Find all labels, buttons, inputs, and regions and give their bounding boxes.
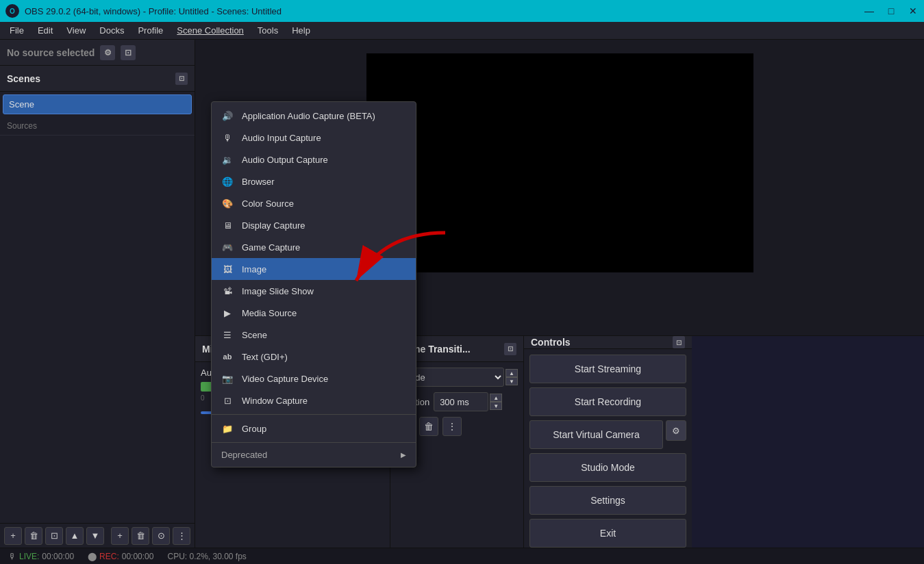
menu-profile[interactable]: Profile	[131, 22, 170, 39]
menu-help[interactable]: Help	[285, 22, 317, 39]
ctx-group-icon: 📁	[221, 422, 234, 435]
sources-extra-button[interactable]: ⊙	[152, 527, 170, 545]
remove-scene-button[interactable]: 🗑	[25, 527, 42, 545]
ctx-video-capture[interactable]: 📷 Video Capture Device	[212, 368, 416, 389]
ctx-audio-input-label: Audio Input Capture	[242, 133, 321, 143]
menu-file[interactable]: File	[3, 22, 31, 39]
menu-tools[interactable]: Tools	[251, 22, 285, 39]
controls-content: Start Streaming Start Recording Start Vi…	[524, 349, 692, 548]
close-button[interactable]: ✕	[908, 5, 919, 16]
ctx-group[interactable]: 📁 Group	[212, 418, 416, 439]
ctx-display-icon: 🖥	[221, 219, 234, 231]
move-down-button[interactable]: ▼	[86, 527, 104, 545]
ctx-deprecated-label: Deprecated	[221, 450, 267, 460]
ctx-scene-icon: ☰	[221, 329, 234, 341]
live-label: LIVE:	[19, 552, 39, 561]
ctx-browser[interactable]: 🌐 Browser	[212, 170, 416, 192]
sources-placeholder: Sources	[0, 117, 195, 136]
rec-label: REC:	[99, 552, 119, 561]
ctx-browser-label: Browser	[242, 177, 275, 187]
properties-gear-button[interactable]: ⚙	[100, 45, 115, 60]
rec-status: ⬤ REC: 00:00:00	[88, 552, 153, 561]
ctx-image[interactable]: 🖼 Image	[212, 258, 416, 280]
duration-input[interactable]	[434, 392, 488, 411]
ctx-media-label: Media Source	[242, 308, 297, 318]
filter-scene-button[interactable]: ⊡	[45, 527, 63, 545]
ctx-display-capture[interactable]: 🖥 Display Capture	[212, 214, 416, 236]
move-up-button[interactable]: ▲	[66, 527, 84, 545]
properties-extra-button[interactable]: ⊡	[121, 45, 136, 60]
duration-spin-down[interactable]: ▼	[490, 402, 502, 410]
ctx-scene[interactable]: ☰ Scene	[212, 324, 416, 346]
ctx-game-label: Game Capture	[242, 242, 300, 253]
ctx-audio-input-icon: 🎙	[221, 131, 234, 144]
ctx-color-source[interactable]: 🎨 Color Source	[212, 192, 416, 214]
ctx-image-slideshow[interactable]: 📽 Image Slide Show	[212, 280, 416, 302]
studio-mode-button[interactable]: Studio Mode	[529, 453, 686, 482]
ctx-color-icon: 🎨	[221, 197, 234, 209]
duration-spin-up[interactable]: ▲	[490, 394, 502, 402]
ctx-app-audio-icon: 🔊	[221, 110, 234, 122]
controls-panel: Controls ⊡ Start Streaming Start Recordi…	[524, 336, 692, 548]
menu-view[interactable]: View	[60, 22, 92, 39]
transitions-expand-button[interactable]: ⊡	[504, 343, 516, 355]
duration-spin-buttons: ▲ ▼	[490, 394, 502, 410]
controls-title: Controls	[531, 337, 571, 348]
rec-icon: ⬤	[88, 552, 97, 561]
ctx-game-capture[interactable]: 🎮 Game Capture	[212, 236, 416, 258]
add-scene-button[interactable]: +	[4, 527, 22, 545]
ctx-app-audio-capture[interactable]: 🔊 Application Audio Capture (BETA)	[212, 105, 416, 127]
start-streaming-button[interactable]: Start Streaming	[529, 355, 686, 383]
transition-remove-button[interactable]: 🗑	[419, 417, 438, 436]
ctx-browser-icon: 🌐	[221, 175, 234, 188]
controls-expand-button[interactable]: ⊡	[673, 336, 685, 348]
ctx-window-capture[interactable]: ⊡ Window Capture	[212, 389, 416, 411]
ctx-media-source[interactable]: ▶ Media Source	[212, 302, 416, 324]
scene-item[interactable]: Scene	[3, 94, 192, 114]
ctx-separator-2	[212, 442, 416, 443]
fade-spin-up[interactable]: ▲	[505, 369, 518, 377]
sources-add-button[interactable]: +	[111, 527, 129, 545]
left-panel: No source selected ⚙ ⊡ Scenes ⊡ Scene	[0, 40, 195, 548]
fade-spin-down[interactable]: ▼	[505, 377, 518, 385]
start-virtual-camera-button[interactable]: Start Virtual Camera	[529, 420, 663, 449]
virtual-camera-settings-button[interactable]: ⚙	[666, 420, 686, 441]
properties-header: No source selected ⚙ ⊡	[0, 40, 195, 66]
exit-label: Exit	[600, 528, 616, 539]
sources-menu-button[interactable]: ⋮	[173, 527, 190, 545]
window-controls: — □ ✕	[864, 5, 919, 16]
content-area: No source selected ⚙ ⊡ Scenes ⊡ Scene	[0, 40, 924, 548]
menu-scene-collection[interactable]: Scene Collection	[170, 22, 251, 39]
ctx-audio-input[interactable]: 🎙 Audio Input Capture	[212, 127, 416, 149]
transition-menu-button[interactable]: ⋮	[442, 417, 462, 436]
menu-edit[interactable]: Edit	[31, 22, 60, 39]
menu-docks[interactable]: Docks	[92, 22, 131, 39]
sources-remove-button[interactable]: 🗑	[132, 527, 149, 545]
live-status: 🎙 LIVE: 00:00:00	[8, 552, 74, 561]
scenes-expand-button[interactable]: ⊡	[175, 73, 188, 85]
ctx-group-label: Group	[242, 424, 266, 434]
cpu-label: CPU: 0.2%, 30.00 fps	[167, 552, 246, 561]
start-recording-button[interactable]: Start Recording	[529, 387, 686, 416]
settings-button[interactable]: Settings	[529, 486, 686, 515]
live-icon: 🎙	[8, 552, 16, 561]
scenes-header-icons: ⊡	[175, 73, 188, 85]
panel-toolbar: + 🗑 ⊡ ▲ ▼ + 🗑 ⊙ ⋮	[0, 523, 195, 548]
ctx-slideshow-icon: 📽	[221, 285, 234, 297]
exit-button[interactable]: Exit	[529, 519, 686, 548]
ctx-text-gdi[interactable]: ab Text (GDI+)	[212, 346, 416, 368]
scenes-list: Scene	[0, 92, 195, 117]
app-icon: O	[5, 4, 19, 18]
scene-item-label: Scene	[9, 99, 34, 110]
start-streaming-label: Start Streaming	[575, 363, 641, 374]
ctx-game-icon: 🎮	[221, 241, 234, 253]
maximize-button[interactable]: □	[886, 5, 897, 16]
scenes-title: Scenes	[7, 73, 40, 84]
ctx-deprecated[interactable]: Deprecated ▶	[212, 446, 416, 464]
app-window: O OBS 29.0.2 (64-bit, windows) - Profile…	[0, 0, 924, 564]
minimize-button[interactable]: —	[864, 5, 875, 16]
ctx-video-icon: 📷	[221, 372, 234, 385]
ctx-audio-output[interactable]: 🔉 Audio Output Capture	[212, 149, 416, 170]
ctx-slideshow-label: Image Slide Show	[242, 286, 314, 296]
ctx-text-icon: ab	[221, 350, 234, 363]
